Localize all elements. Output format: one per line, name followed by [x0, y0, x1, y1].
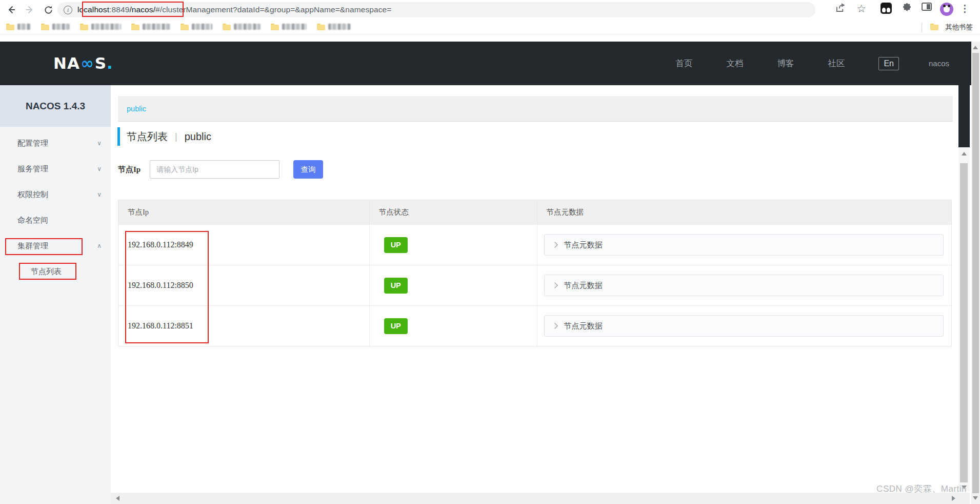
chevron-right-icon	[552, 242, 557, 247]
namespace-bar: public	[118, 96, 953, 122]
chevron-up-icon: ∧	[97, 242, 102, 249]
nav-home[interactable]: 首页	[675, 58, 692, 69]
folder-icon	[930, 24, 938, 30]
bookmark-item[interactable]	[181, 24, 212, 30]
metadata-collapse-panel[interactable]: 节点元数据	[544, 315, 944, 337]
logged-in-user[interactable]: nacos	[929, 59, 949, 68]
node-ip-value: 192.168.0.112:8851	[118, 321, 193, 331]
screenshot-root: i localhost:8849/nacos/#/clusterManageme…	[0, 0, 980, 504]
table-row: 192.168.0.112:8850 UP 节点元数据	[118, 265, 951, 305]
chevron-right-icon	[552, 323, 557, 328]
status-badge: UP	[384, 278, 408, 294]
folder-icon	[317, 24, 325, 30]
url-bar[interactable]: i localhost:8849/nacos/#/clusterManageme…	[57, 2, 815, 17]
chevron-down-icon: ∨	[97, 191, 102, 198]
bookmark-item[interactable]	[131, 24, 170, 30]
chevron-down-icon: ∨	[97, 140, 102, 147]
folder-icon	[223, 24, 231, 30]
column-header-node-metadata: 节点元数据	[537, 200, 952, 224]
sidebar: NACOS 1.4.3 配置管理 ∨ 服务管理 ∨ 权限控制 ∨ 命名空间 集群…	[0, 85, 111, 504]
page-top-gap	[0, 34, 980, 42]
node-ip-value: 192.168.0.112:8849	[118, 240, 193, 249]
other-bookmarks[interactable]: 其他书签	[945, 23, 973, 32]
page-title: 节点列表 | public	[117, 127, 211, 146]
node-ip-value: 192.168.0.112:8850	[118, 281, 193, 290]
folder-icon	[80, 24, 88, 30]
bookmark-item[interactable]	[317, 24, 351, 30]
table-row: 192.168.0.112:8851 UP 节点元数据	[118, 305, 951, 346]
browser-scrollbar-thumb[interactable]	[972, 53, 979, 493]
table-row: 192.168.0.112:8849 UP 节点元数据	[118, 224, 951, 265]
node-ip-input[interactable]	[150, 160, 279, 179]
avatar[interactable]	[940, 3, 953, 16]
status-badge: UP	[384, 237, 408, 253]
sidebar-version-title: NACOS 1.4.3	[0, 85, 111, 127]
csdn-watermark: CSDN @奕霖、Martin	[876, 483, 967, 495]
divider	[922, 23, 922, 32]
column-header-node-ip: 节点Ip	[118, 200, 370, 224]
share-icon[interactable]	[835, 3, 846, 13]
scroll-up-icon[interactable]	[962, 152, 967, 156]
site-info-icon[interactable]: i	[64, 6, 72, 14]
bookmark-star-icon[interactable]: ☆	[856, 3, 866, 15]
metadata-collapse-panel[interactable]: 节点元数据	[544, 275, 944, 296]
bookmark-item[interactable]	[41, 24, 70, 30]
search-button[interactable]: 查询	[293, 160, 323, 179]
browser-toolbar: i localhost:8849/nacos/#/clusterManageme…	[0, 0, 980, 20]
chrome-menu-icon[interactable]: ⋮	[960, 3, 970, 14]
bookmark-item[interactable]	[6, 24, 31, 30]
sidebar-item-permission-control[interactable]: 权限控制 ∨	[0, 182, 111, 207]
sidebar-item-config-management[interactable]: 配置管理 ∨	[0, 130, 111, 156]
infinity-icon: ∞	[80, 54, 95, 72]
url-text: localhost:8849/nacos/#/clusterManagement…	[77, 5, 391, 14]
nacos-logo: NA∞S.	[53, 54, 113, 72]
scroll-up-icon[interactable]	[973, 46, 978, 49]
scroll-left-icon[interactable]	[116, 496, 119, 501]
folder-icon	[41, 24, 49, 30]
side-panel-icon[interactable]	[922, 3, 932, 11]
node-ip-filter: 节点Ip 查询	[118, 160, 323, 179]
bookmark-item[interactable]	[223, 24, 261, 30]
bookmark-item[interactable]	[271, 24, 307, 30]
nacos-header: NA∞S. 首页 文档 博客 社区 En nacos	[0, 42, 980, 85]
language-toggle-button[interactable]: En	[878, 57, 899, 70]
bookmark-item[interactable]	[80, 24, 121, 30]
table-header-row: 节点Ip 节点状态 节点元数据	[118, 200, 951, 224]
main-content: public 节点列表 | public 节点Ip 查询 节点Ip 节点状态 节…	[111, 85, 958, 492]
scroll-down-icon[interactable]	[973, 496, 978, 500]
chevron-right-icon	[552, 282, 557, 288]
nav-community[interactable]: 社区	[828, 58, 845, 69]
scroll-right-icon[interactable]	[952, 496, 955, 501]
forward-icon[interactable]	[23, 3, 37, 17]
folder-icon	[131, 24, 139, 30]
folder-icon	[271, 24, 279, 30]
reload-icon[interactable]	[41, 3, 55, 17]
inner-scrollbar-dark-strip	[958, 85, 970, 147]
node-table: 节点Ip 节点状态 节点元数据 192.168.0.112:8849 UP 节点…	[118, 200, 952, 346]
node-ip-label: 节点Ip	[118, 165, 141, 175]
back-icon[interactable]	[4, 3, 18, 17]
sidebar-item-node-list[interactable]: 节点列表	[0, 259, 111, 284]
inner-scrollbar-thumb[interactable]	[960, 163, 968, 482]
metadata-collapse-panel[interactable]: 节点元数据	[544, 234, 944, 256]
title-namespace: public	[185, 131, 211, 143]
column-header-node-status: 节点状态	[370, 200, 537, 224]
nav-docs[interactable]: 文档	[726, 58, 743, 69]
horizontal-scrollbar[interactable]	[111, 493, 970, 504]
bookmarks-bar: 其他书签	[0, 20, 980, 34]
folder-icon	[6, 24, 14, 30]
sidebar-item-namespace[interactable]: 命名空间	[0, 207, 111, 233]
chevron-down-icon: ∨	[97, 165, 102, 172]
status-badge: UP	[384, 318, 408, 334]
nav-blog[interactable]: 博客	[777, 58, 794, 69]
folder-icon	[181, 24, 189, 30]
sidebar-item-service-management[interactable]: 服务管理 ∨	[0, 156, 111, 182]
title-accent-bar	[117, 127, 120, 146]
sidebar-item-cluster-management[interactable]: 集群管理 ∧	[0, 233, 111, 259]
extension-darkreader-icon[interactable]	[881, 3, 892, 14]
namespace-tab-public[interactable]: public	[127, 105, 146, 113]
extensions-puzzle-icon[interactable]	[902, 3, 912, 13]
